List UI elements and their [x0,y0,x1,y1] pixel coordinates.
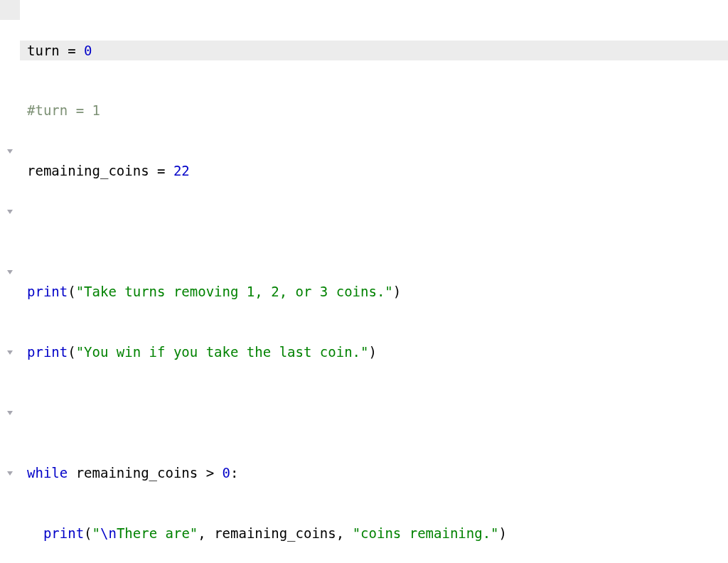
keyword: while [27,465,76,481]
fold-icon[interactable] [6,147,14,156]
paren: ( [68,344,75,360]
paren: ) [368,344,376,360]
paren: ( [68,284,75,299]
builtin: print [27,344,68,360]
string: " [92,525,100,541]
code-line[interactable] [20,221,728,241]
gutter-highlight [0,0,20,20]
string: "coins remaining." [353,525,499,541]
number: 0 [223,465,230,481]
string: There are" [117,525,198,541]
fold-icon[interactable] [6,268,14,277]
builtin: print [27,284,68,299]
identifier: remaining_coins [76,465,206,481]
string: "Take turns removing 1, 2, or 3 coins." [76,284,393,299]
fold-icon[interactable] [6,208,14,216]
escape: \n [100,525,117,541]
colon: : [230,465,238,481]
code-line[interactable]: print("\nThere are", remaining_coins, "c… [20,523,728,543]
number: 0 [84,43,92,58]
identifier: turn [27,43,68,58]
code-area[interactable]: turn = 0 #turn = 1 remaining_coins = 22 … [20,0,728,563]
paren: ) [499,525,507,541]
code-editor: turn = 0 #turn = 1 remaining_coins = 22 … [0,0,728,563]
operator: = [68,43,84,58]
comment: #turn = 1 [27,102,100,118]
paren: ) [393,284,401,299]
paren: ( [84,525,92,541]
builtin: print [43,525,84,541]
code-line[interactable]: print("You win if you take the last coin… [20,342,728,362]
code-line[interactable]: print("Take turns removing 1, 2, or 3 co… [20,282,728,301]
code-line[interactable]: remaining_coins = 22 [20,161,728,181]
identifier: remaining_coins [27,163,157,178]
fold-icon[interactable] [6,409,14,417]
operator: > [206,465,223,481]
gutter [0,0,20,563]
code-line[interactable]: #turn = 1 [20,100,728,120]
string: "You win if you take the last coin." [76,344,369,360]
code-line[interactable]: turn = 0 [20,41,728,60]
fold-icon[interactable] [6,469,14,478]
operator: = [157,163,173,178]
fold-icon[interactable] [6,348,14,357]
args: , remaining_coins, [198,525,352,541]
code-line[interactable] [20,402,728,422]
code-line[interactable]: while remaining_coins > 0: [20,463,728,483]
number: 22 [173,163,190,178]
